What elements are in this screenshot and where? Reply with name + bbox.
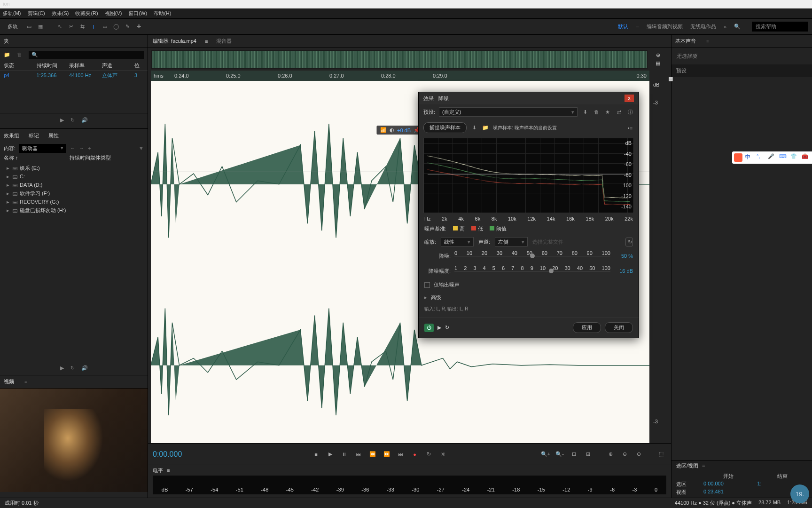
import-icon[interactable]: 📁 <box>4 52 10 58</box>
rewind-button[interactable]: ⏪ <box>367 449 378 460</box>
prev-button[interactable]: ⏮ <box>353 449 364 460</box>
content-dropdown[interactable]: 驱动器 <box>19 144 66 153</box>
zoom-fit-icon[interactable]: ⊡ <box>569 449 579 460</box>
zoom-out-v-icon[interactable]: ⊖ <box>619 449 630 460</box>
brush-tool-icon[interactable]: ✎ <box>123 23 132 31</box>
workspace-default[interactable]: 默认 <box>618 23 628 30</box>
ime-punct-icon[interactable]: °, <box>757 153 765 162</box>
razor-tool-icon[interactable]: ✂ <box>67 23 75 31</box>
mini-play-icon[interactable]: ▶ <box>60 117 64 123</box>
info-icon[interactable]: ⓘ <box>626 109 634 116</box>
drive-d[interactable]: ▸🖴DATA (D:) <box>0 181 148 189</box>
zoom-sel-icon[interactable]: ⊞ <box>583 449 593 460</box>
workspace-radio[interactable]: 无线电作品 <box>690 23 716 30</box>
time-selection-tool-icon[interactable]: I <box>89 23 98 31</box>
pause-button[interactable]: ⏸ <box>339 449 350 460</box>
level-meter[interactable]: dB-57-54 -51-48-45 -42-39-36 -33-30-27 -… <box>153 476 666 494</box>
skip-button[interactable]: ⤭ <box>438 449 448 460</box>
menu-view[interactable]: 视图(V) <box>105 10 122 17</box>
preset-dropdown[interactable]: (自定义) <box>439 107 578 117</box>
noise-reduction-slider[interactable]: 01020 304050 607080 90100 <box>454 251 610 261</box>
scale-dropdown[interactable]: 线性 <box>441 237 474 246</box>
move-tool-icon[interactable]: ↖ <box>55 23 64 31</box>
time-display[interactable]: 0:00.000 <box>153 450 219 459</box>
mini-loop-icon[interactable]: ↻ <box>70 117 75 123</box>
workspace-more-icon[interactable]: » <box>724 24 726 30</box>
ime-lang-icon[interactable]: 中 <box>745 153 754 162</box>
preview-loop-icon[interactable]: ↻ <box>445 325 449 331</box>
channel-toggle-icon[interactable]: ⬚ <box>656 449 666 460</box>
effect-power-button[interactable]: ⏻ <box>424 324 434 332</box>
menu-clip[interactable]: 剪辑(C) <box>28 10 45 17</box>
waveform-overview[interactable]: ⊕ ▤ <box>151 50 668 69</box>
media-loop-icon[interactable]: ↻ <box>70 365 75 371</box>
drive-e[interactable]: ▸🖴娱乐 (E:) <box>0 164 148 172</box>
next-button[interactable]: ⏭ <box>396 449 406 460</box>
capture-noise-button[interactable]: 捕捉噪声样本 <box>423 122 467 133</box>
slip-tool-icon[interactable]: ⇆ <box>78 23 86 31</box>
zoom-out-icon[interactable]: 🔍- <box>554 449 565 460</box>
drive-h[interactable]: ▸🖴磁盘已损坏勿动 (H:) <box>0 206 148 214</box>
workspace-edit-audio[interactable]: 编辑音频到视频 <box>647 23 683 30</box>
drive-g[interactable]: ▸🖴RECOVERY (G:) <box>0 198 148 206</box>
col-mediatype[interactable]: 媒体类型 <box>90 154 111 164</box>
menu-multitrack[interactable]: 多轨(M) <box>3 10 21 17</box>
stop-button[interactable]: ■ <box>311 449 321 460</box>
lasso-tool-icon[interactable]: ◯ <box>112 23 120 31</box>
video-tab[interactable]: 视频 <box>4 378 14 385</box>
delete-preset-icon[interactable]: 🗑 <box>593 109 600 115</box>
filter-icon[interactable]: ▼ <box>139 145 144 151</box>
waveform-icon[interactable]: ▭ <box>25 23 33 31</box>
hud-knob-icon[interactable]: ◐ <box>390 127 394 133</box>
save-noise-icon[interactable]: ⬇ <box>470 125 478 131</box>
mini-volume-icon[interactable]: 🔊 <box>81 117 88 123</box>
spectral-icon[interactable]: ▦ <box>36 23 45 31</box>
forward-icon[interactable]: → <box>79 145 84 151</box>
tab-markers[interactable]: 标记 <box>29 132 39 139</box>
media-autoplay-icon[interactable]: 🔊 <box>81 365 88 371</box>
reset-graph-icon[interactable]: ↻ <box>625 238 633 246</box>
favorite-icon[interactable]: ★ <box>604 109 611 115</box>
drive-f[interactable]: ▸🖴软件学习 (F:) <box>0 189 148 198</box>
editor-menu-icon[interactable]: ≡ <box>205 39 208 44</box>
menu-window[interactable]: 窗口(W) <box>128 10 147 17</box>
loop-button[interactable]: ↻ <box>424 449 434 460</box>
col-name[interactable]: 名称 ↑ <box>4 154 70 164</box>
multitrack-mode-button[interactable]: 多轨 <box>4 22 22 31</box>
back-icon[interactable]: ← <box>70 145 75 151</box>
tab-properties[interactable]: 属性 <box>48 132 59 139</box>
workspace-menu-icon[interactable]: ≡ <box>636 24 639 30</box>
layout-icon[interactable]: ▤ <box>656 60 660 66</box>
ime-skin-icon[interactable]: 👕 <box>790 153 799 162</box>
record-button[interactable]: ● <box>410 449 420 460</box>
zoom-reset-icon[interactable]: ⊙ <box>633 449 644 460</box>
reduce-by-slider[interactable]: 123 456 789 102030 4050100 <box>454 266 610 276</box>
tab-effects-rack[interactable]: 效果组 <box>4 132 19 139</box>
essential-sound-tab[interactable]: 基本声音 <box>675 38 696 45</box>
noise-menu-icon[interactable]: •≡ <box>626 125 634 131</box>
menu-effects[interactable]: 效果(S) <box>52 10 69 17</box>
preview-play-icon[interactable]: ▶ <box>437 325 441 331</box>
col-duration2[interactable]: 持续时间 <box>70 154 90 164</box>
ffwd-button[interactable]: ⏩ <box>382 449 392 460</box>
marquee-tool-icon[interactable]: ▭ <box>101 23 109 31</box>
ime-logo-icon[interactable] <box>734 153 742 162</box>
zoom-icon[interactable]: ⊕ <box>656 52 660 58</box>
close-button[interactable]: 关闭 <box>605 322 633 333</box>
ime-keyboard-icon[interactable]: ⌨ <box>779 153 788 162</box>
sel-view-tab[interactable]: 选区/视图 <box>676 462 698 469</box>
sel-start-field[interactable]: 0:00.000 <box>703 481 754 488</box>
play-button[interactable]: ▶ <box>325 449 336 460</box>
files-search-input[interactable]: 🔍 <box>29 51 144 59</box>
dialog-close-button[interactable]: x <box>625 95 634 102</box>
zoom-in-v-icon[interactable]: ⊕ <box>605 449 616 460</box>
dialog-titlebar[interactable]: 效果 - 降噪 x <box>419 92 639 104</box>
delete-icon[interactable]: 🗑 <box>17 52 22 57</box>
apply-button[interactable]: 应用 <box>573 322 601 333</box>
save-preset-icon[interactable]: ⬇ <box>581 109 589 115</box>
heal-tool-icon[interactable]: ✚ <box>134 23 143 31</box>
files-tab[interactable]: 夹 <box>4 38 9 45</box>
noise-profile-graph[interactable]: dB -40 -60 -80 -100 -120 -140 <box>423 138 634 213</box>
mixer-tab[interactable]: 混音器 <box>216 38 232 45</box>
add-icon[interactable]: + <box>88 145 91 151</box>
